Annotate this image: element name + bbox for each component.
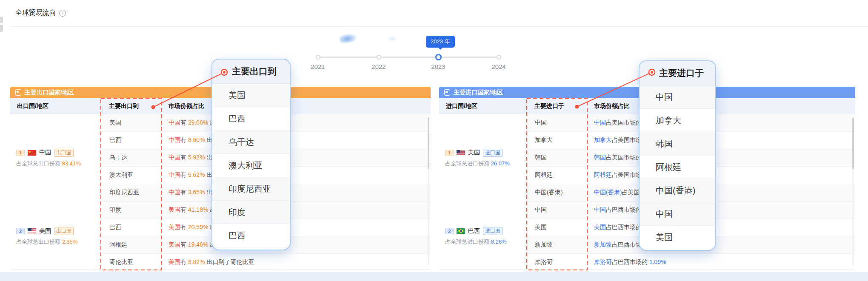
import-column-header-2: 市场份额占比 <box>587 102 855 110</box>
group-share-line: 占全球总出口份额 83.41% <box>16 160 102 167</box>
exporter-cell: 2美国出口国占全球总出口份额 2.35% <box>10 202 102 270</box>
market-share-cell: 中国有 5.62% 出口到了澳大利亚 <box>162 171 431 179</box>
import-popup-item: 韩国 <box>640 132 715 156</box>
market-share-cell: 中国有 29.66% 出口到了美国 <box>162 119 431 127</box>
role-badge: 出口国 <box>54 227 74 235</box>
import-popup-item: 加拿大 <box>640 109 715 132</box>
table-list-icon <box>15 89 21 96</box>
export-scrollbar-thumb[interactable] <box>428 118 429 169</box>
import-column-popup: 主要进口于中国加拿大韩国阿根廷中国(香港)中国美国 <box>639 60 716 251</box>
share-pct: 20.59% <box>188 224 208 230</box>
share-pct: 1.09% <box>648 258 666 265</box>
group-share-label: 占全球总进口份额 <box>445 160 491 167</box>
rank-badge: 2 <box>16 228 25 234</box>
rank-badge: 2 <box>445 228 454 234</box>
share-text: 占巴西市场的 <box>606 206 642 213</box>
export-dest-cell: 美国 <box>102 119 162 127</box>
share-country: 美国 <box>168 241 180 248</box>
share-country: 中国 <box>168 154 180 161</box>
share-country: 韩国 <box>594 154 606 161</box>
year-label-2022[interactable]: 2022 <box>366 63 391 70</box>
year-label-2021[interactable]: 2021 <box>305 63 331 70</box>
group-share-value: 2.35% <box>62 238 78 245</box>
import-scrollbar-thumb[interactable] <box>852 118 854 169</box>
slider-tooltip: 2023 年 <box>426 36 455 48</box>
role-badge: 出口国 <box>54 149 74 157</box>
import-src-cell: 阿根廷 <box>528 171 587 179</box>
export-dest-cell: 印度尼西亚 <box>102 189 162 196</box>
import-popup-item: 美国 <box>640 226 715 249</box>
importer-cell: 1美国进口国占全球总进口份额 26.07% <box>439 114 528 202</box>
group-country-line: 1中国出口国 <box>16 149 102 157</box>
share-text: 有 <box>180 224 188 230</box>
group-share-value: 26.07% <box>491 160 510 167</box>
rank-badge: 1 <box>16 150 25 156</box>
market-share-cell: 美国有 8.82% 出口到了哥伦比亚 <box>162 258 431 266</box>
market-share-cell: 中国有 5.92% 出口到了乌干达 <box>162 154 431 162</box>
share-pct: 8.60% <box>188 136 205 143</box>
export-popup-item: 巴西 <box>212 224 290 247</box>
export-dest-cell: 印度 <box>102 206 162 214</box>
market-share-cell: 加拿大占美国市场的 <box>587 136 855 144</box>
share-pct: 3.65% <box>188 189 205 196</box>
share-pct: 41.18% <box>188 206 208 213</box>
market-share-cell: 中国有 8.60% 出口到了巴西 <box>162 136 431 144</box>
slider-dot-2024[interactable] <box>497 55 501 60</box>
share-pct: 19.46% <box>188 241 208 248</box>
market-share-cell: 美国有 41.18% 出口到了印度 <box>162 206 431 214</box>
slider-track[interactable] <box>318 57 499 58</box>
group-share-line: 占全球总进口份额 8.26% <box>445 238 527 246</box>
rank-badge: 1 <box>445 150 454 156</box>
market-share-cell: 中国占巴西市场的 <box>587 206 855 214</box>
market-share-cell: 新加坡占巴西市场的 <box>587 241 855 249</box>
group-country-name: 巴西 <box>468 227 480 235</box>
share-tail: 出口到了哥伦比亚 <box>205 258 254 265</box>
slider-dot-2021[interactable] <box>316 55 320 60</box>
share-country: 中国 <box>594 206 606 213</box>
slider-dot-2022[interactable] <box>377 55 381 60</box>
export-popup-item: 巴西 <box>212 107 290 131</box>
export-column-header-0: 出口国/地区 <box>10 102 102 110</box>
group-country-name: 美国 <box>468 149 480 156</box>
import-popup-item: 中国 <box>640 85 715 109</box>
group-country-line: 2美国出口国 <box>16 227 102 235</box>
share-pct: 5.62% <box>188 171 205 178</box>
share-country: 加拿大 <box>594 136 612 143</box>
info-icon[interactable]: i <box>59 10 66 17</box>
group-share-value: 8.26% <box>491 238 507 245</box>
share-text: 有 <box>180 189 188 196</box>
page-title-text: 全球贸易流向 <box>15 9 56 17</box>
share-text: 占巴西市场的 <box>612 258 648 265</box>
group-country-name: 中国 <box>39 149 51 156</box>
market-share-cell: 美国有 19.46% 出口到了阿根廷 <box>162 241 431 249</box>
share-text: 有 <box>180 241 188 248</box>
year-label-2023[interactable]: 2023 <box>425 63 451 70</box>
group-country-line: 2巴西进口国 <box>445 227 527 235</box>
import-src-cell: 新加坡 <box>528 241 587 249</box>
share-pct: 8.82% <box>188 258 205 265</box>
share-country: 美国 <box>168 258 180 265</box>
import-src-cell: 美国 <box>528 224 587 231</box>
export-dest-cell: 阿根廷 <box>102 241 162 249</box>
share-country: 摩洛哥 <box>594 258 612 265</box>
export-column-popup: 主要出口到美国巴西乌干达澳大利亚印度尼西亚印度巴西 <box>211 59 291 250</box>
share-text: 占巴西市场的 <box>606 224 642 230</box>
year-label-2024[interactable]: 2024 <box>486 63 511 70</box>
export-dest-cell: 哥伦比亚 <box>102 258 162 266</box>
left-edge-artifact <box>0 25 3 32</box>
market-share-cell: 中国有 3.65% 出口到了印度尼西亚 <box>162 189 431 196</box>
exporter-cell: 1中国出口国占全球总出口份额 83.41% <box>10 114 102 202</box>
export-row: 哥伦比亚美国有 8.82% 出口到了哥伦比亚 <box>102 254 431 270</box>
share-text: 有 <box>180 154 188 161</box>
share-text: 有 <box>180 136 188 143</box>
share-text: 有 <box>180 206 188 213</box>
export-dest-cell: 巴西 <box>102 224 162 231</box>
share-country: 阿根廷 <box>594 171 612 178</box>
share-text: 占美国市场的 <box>606 119 642 126</box>
share-country: 美国 <box>594 224 606 230</box>
export-dest-cell: 巴西 <box>102 136 162 144</box>
import-src-cell: 中国(香港) <box>528 189 587 196</box>
share-country: 中国 <box>594 119 606 126</box>
slider-handle[interactable] <box>435 54 442 60</box>
import-src-cell: 加拿大 <box>528 136 587 144</box>
